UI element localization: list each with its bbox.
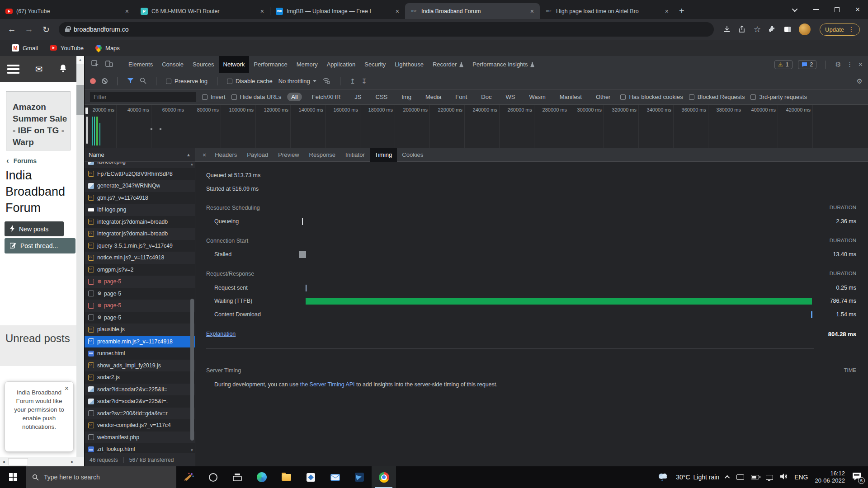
- table-row[interactable]: ⚙page-5: [85, 312, 195, 324]
- export-har-icon[interactable]: ↧: [361, 77, 367, 85]
- devtools-tab-performance[interactable]: Performance: [249, 56, 292, 73]
- devtools-settings-gear-icon[interactable]: ⚙: [835, 61, 841, 69]
- scroll-up-icon[interactable]: ▲: [189, 162, 194, 166]
- table-row[interactable]: plausible.js: [85, 324, 195, 336]
- devtools-tab-performance-insights[interactable]: Performance insights: [468, 56, 539, 73]
- table-row[interactable]: show_ads_impl_fy2019.js: [85, 360, 195, 372]
- detail-tab-initiator[interactable]: Initiator: [340, 148, 370, 162]
- devtools-close-icon[interactable]: ×: [859, 61, 863, 69]
- download-icon[interactable]: [723, 25, 731, 33]
- tab-router[interactable]: P C6 MU-MIMO Wi-Fi Router ×: [135, 3, 270, 19]
- bookmark-youtube[interactable]: YouTube: [50, 45, 84, 52]
- table-row[interactable]: integrator.js?domain=broadb: [85, 228, 195, 240]
- extensions-puzzle-icon[interactable]: [768, 25, 776, 33]
- tab-close-icon[interactable]: ×: [259, 8, 265, 15]
- filter-input[interactable]: [90, 92, 196, 102]
- tab-close-icon[interactable]: ×: [664, 8, 670, 15]
- table-row[interactable]: runner.html: [85, 347, 195, 360]
- blocked-requests-checkbox[interactable]: Blocked Requests: [689, 94, 745, 100]
- hamburger-menu-icon[interactable]: [7, 65, 19, 74]
- ad-banner[interactable]: Amazon Summer Sale - IBF on TG - Warp: [6, 91, 71, 150]
- record-button[interactable]: [90, 78, 96, 84]
- tab-airtel-thread[interactable]: IBF High page load time on Airtel Bro ×: [540, 3, 675, 19]
- table-row[interactable]: integrator.js?domain=broadb: [85, 216, 195, 228]
- table-row-selected[interactable]: preamble.min.js?_v=117c4918: [85, 336, 195, 348]
- table-row[interactable]: ⚙page-5: [85, 300, 195, 312]
- post-thread-button[interactable]: Post thread...: [5, 238, 75, 253]
- devtools-menu-icon[interactable]: ⋮: [847, 62, 853, 66]
- table-row[interactable]: sodar?id=sodar2&v=225&t=.: [85, 395, 195, 408]
- table-row[interactable]: ibf-logo.png: [85, 204, 195, 216]
- tab-youtube[interactable]: (67) YouTube ×: [0, 3, 135, 19]
- filter-type-css[interactable]: CSS: [372, 93, 392, 101]
- weather-icon[interactable]: [657, 472, 669, 483]
- selection-handle[interactable]: [86, 117, 88, 144]
- detail-tab-response[interactable]: Response: [304, 148, 341, 162]
- warnings-badge[interactable]: ⚠ 1: [774, 60, 792, 69]
- detail-tab-timing[interactable]: Timing: [370, 148, 397, 162]
- side-panel-icon[interactable]: [783, 25, 792, 33]
- browser-menu-icon[interactable]: ⋮: [848, 27, 854, 32]
- disable-cache-checkbox[interactable]: Disable cache: [227, 78, 273, 84]
- table-row[interactable]: ⚙page-5: [85, 288, 195, 300]
- site-vertical-scrollbar[interactable]: ▲: [76, 56, 84, 457]
- selection-handle[interactable]: [85, 108, 88, 114]
- battery-icon[interactable]: [751, 475, 759, 479]
- devtools-tab-application[interactable]: Application: [322, 56, 360, 73]
- popup-close-icon[interactable]: ×: [65, 385, 69, 393]
- network-settings-gear-icon[interactable]: ⚙: [857, 77, 863, 85]
- devtools-tab-lighthouse[interactable]: Lighthouse: [390, 56, 428, 73]
- tab-india-broadband-forum[interactable]: IBF India Broadband Forum ×: [405, 3, 540, 19]
- devtools-tab-elements[interactable]: Elements: [124, 56, 157, 73]
- file-explorer-icon[interactable]: [274, 466, 298, 488]
- scroll-up-icon[interactable]: ▲: [76, 56, 84, 64]
- store-app-icon[interactable]: [298, 466, 323, 488]
- new-posts-button[interactable]: New posts: [5, 221, 64, 236]
- table-row[interactable]: ⚙page-5: [85, 276, 195, 288]
- explanation-link[interactable]: Explanation: [206, 331, 236, 337]
- tab-close-icon[interactable]: ×: [529, 8, 535, 15]
- has-blocked-cookies-checkbox[interactable]: Has blocked cookies: [620, 94, 683, 100]
- request-list-scrollbar[interactable]: ▲ ▼: [189, 162, 194, 452]
- devtools-tab-memory[interactable]: Memory: [292, 56, 322, 73]
- detail-tab-cookies[interactable]: Cookies: [397, 148, 428, 162]
- search-icon[interactable]: [140, 77, 146, 85]
- table-row[interactable]: webmanifest.php: [85, 432, 195, 444]
- tab-search-chevron-icon[interactable]: [785, 0, 806, 19]
- pinned-app-icon[interactable]: [347, 466, 372, 488]
- minimize-button[interactable]: [806, 0, 826, 19]
- volume-icon[interactable]: [780, 473, 788, 481]
- network-icon[interactable]: [766, 475, 773, 480]
- forward-button[interactable]: →: [22, 24, 36, 34]
- table-row[interactable]: omgpm.js?v=2: [85, 264, 195, 276]
- tablet-mode-icon[interactable]: [736, 474, 744, 480]
- import-har-icon[interactable]: ↥: [350, 77, 356, 85]
- notifications-bell-icon[interactable]: [59, 64, 67, 75]
- scrollbar-thumb[interactable]: [190, 299, 194, 441]
- table-row[interactable]: gtm.js?_v=117c4918: [85, 192, 195, 204]
- seasonal-app-icon[interactable]: [176, 466, 201, 488]
- table-row[interactable]: notice.min.js?_v=117c4918: [85, 252, 195, 264]
- table-row[interactable]: favicon.png: [85, 162, 195, 168]
- filter-type-manifest[interactable]: Manifest: [556, 93, 586, 101]
- filter-type-js[interactable]: JS: [350, 93, 365, 101]
- bookmark-gmail[interactable]: M Gmail: [12, 44, 38, 52]
- update-button[interactable]: Update ⋮: [820, 23, 860, 36]
- table-row[interactable]: vendor-compiled.js?_v=117c4: [85, 419, 195, 432]
- invert-checkbox[interactable]: Invert: [202, 94, 226, 100]
- server-timing-api-link[interactable]: the Server Timing API: [300, 381, 355, 388]
- request-list-header[interactable]: Name ▲: [85, 148, 195, 162]
- ring-app-icon[interactable]: [201, 466, 225, 488]
- bookmark-star-icon[interactable]: ☆: [754, 24, 761, 34]
- device-toolbar-icon[interactable]: [105, 60, 113, 69]
- table-row[interactable]: sodar?id=sodar2&v=225&li=: [85, 384, 195, 396]
- task-view-icon[interactable]: [225, 466, 250, 488]
- start-button[interactable]: [0, 466, 26, 488]
- show-hidden-icons-chevron[interactable]: [725, 475, 730, 480]
- edge-icon[interactable]: [250, 466, 274, 488]
- filter-type-fetch-xhr[interactable]: Fetch/XHR: [308, 93, 345, 101]
- site-horizontal-scrollbar[interactable]: ◄ ►: [0, 457, 84, 466]
- inspect-element-icon[interactable]: [91, 60, 99, 69]
- console-messages-badge[interactable]: 2: [798, 60, 817, 69]
- devtools-tab-console[interactable]: Console: [157, 56, 188, 73]
